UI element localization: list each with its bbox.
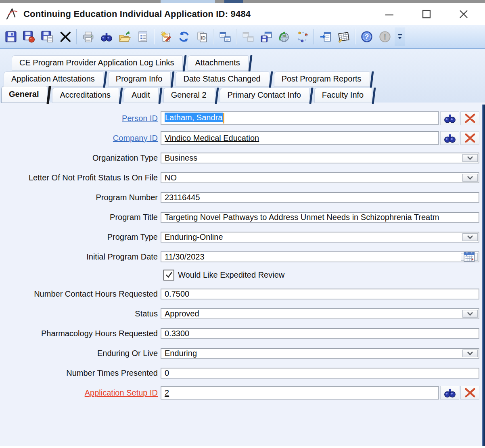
maximize-button[interactable] <box>420 7 433 21</box>
enduring-or-live-value: Enduring <box>165 349 197 358</box>
tab-general[interactable]: General <box>2 86 47 103</box>
field-row-would-like-expedited-review: Would Like Expedited Review <box>0 268 485 282</box>
pharmacology-hours-requested-input[interactable]: 0.3300 <box>161 328 479 339</box>
program-title-label-cell: Program Title <box>0 213 161 222</box>
field-row-organization-type: Organization TypeBusiness <box>0 149 485 166</box>
svg-text:ID: ID <box>201 36 206 40</box>
enduring-or-live-input[interactable]: Enduring <box>161 348 479 359</box>
enduring-or-live-dropdown-button[interactable] <box>462 350 478 357</box>
application-setup-id-label-cell: Application Setup ID <box>0 388 161 398</box>
help-button[interactable]: ? <box>357 27 376 46</box>
notes-button[interactable] <box>334 27 353 46</box>
open-folder-button[interactable] <box>115 27 134 46</box>
save-and-close-button[interactable] <box>20 27 38 46</box>
alert-disabled-icon: ! <box>379 31 391 43</box>
refresh-icon <box>178 31 190 43</box>
pharmacology-hours-requested-label: Pharmacology Hours Requested <box>41 329 158 338</box>
program-type-dropdown-button[interactable] <box>462 233 478 241</box>
delete-button[interactable] <box>56 27 74 46</box>
app-logo-icon <box>5 7 19 21</box>
new-record-button[interactable] <box>157 27 175 46</box>
id-lookup-button[interactable]: ID <box>193 27 211 46</box>
person-id-label[interactable]: Person ID <box>122 114 158 123</box>
organization-type-dropdown-button[interactable] <box>462 154 478 162</box>
company-id-input[interactable]: Vindico Medical Education <box>161 131 439 145</box>
print-button[interactable] <box>79 27 97 46</box>
number-contact-hours-requested-value: 0.7500 <box>165 289 189 299</box>
tab-faculty-info[interactable]: Faculty Info <box>315 88 372 103</box>
import-button[interactable] <box>316 27 334 46</box>
tab-application-attestations[interactable]: Application Attestations <box>4 72 103 86</box>
company-id-clear-button[interactable] <box>460 131 479 145</box>
minimize-button[interactable] <box>383 7 396 21</box>
window-controls <box>383 7 485 21</box>
number-times-presented-input[interactable]: 0 <box>161 368 479 379</box>
application-setup-id-clear-button[interactable] <box>460 386 479 400</box>
field-row-letter-of-not-profit-status-is-on-file: Letter Of Not Profit Status Is On FileNO <box>0 169 485 186</box>
report-button[interactable] <box>134 27 152 46</box>
company-id-control: Vindico Medical Education <box>161 131 479 145</box>
tab-program-info[interactable]: Program Info <box>109 72 171 86</box>
application-setup-id-find-button[interactable] <box>440 386 459 400</box>
tab-post-program-reports[interactable]: Post Program Reports <box>274 72 370 86</box>
would-like-expedited-review-checkbox[interactable] <box>163 270 174 281</box>
sync-button[interactable] <box>293 27 311 46</box>
field-row-program-type: Program TypeEnduring-Online <box>0 228 485 245</box>
copy-window-button[interactable] <box>216 27 234 46</box>
toolbar-separator <box>76 29 77 44</box>
tab-row-3: GeneralAccreditationsAuditGeneral 2Prima… <box>0 86 485 103</box>
program-number-label: Program Number <box>96 193 158 202</box>
web-button[interactable] <box>275 27 293 46</box>
binoculars-icon <box>444 387 456 399</box>
status-dropdown-button[interactable] <box>462 310 478 318</box>
letter-of-not-profit-status-is-on-file-dropdown-button[interactable] <box>462 174 478 182</box>
organization-type-label-cell: Organization Type <box>0 153 161 163</box>
company-id-find-button[interactable] <box>440 131 459 145</box>
field-row-pharmacology-hours-requested: Pharmacology Hours Requested0.3300 <box>0 325 485 342</box>
number-contact-hours-requested-input[interactable]: 0.7500 <box>161 289 479 299</box>
new-record-icon <box>160 31 172 43</box>
company-id-value: Vindico Medical Education <box>165 134 259 143</box>
program-number-input[interactable]: 23116445 <box>161 192 479 203</box>
tab-attachments[interactable]: Attachments <box>188 56 248 70</box>
program-title-input[interactable]: Targeting Novel Pathways to Address Unme… <box>161 212 479 223</box>
status-control: Approved <box>161 308 479 319</box>
initial-program-date-calendar-button[interactable] <box>461 253 478 261</box>
tab-general-2[interactable]: General 2 <box>164 88 215 103</box>
program-type-input[interactable]: Enduring-Online <box>161 232 479 243</box>
initial-program-date-input[interactable]: 11/30/2023 <box>161 251 479 262</box>
number-contact-hours-requested-label: Number Contact Hours Requested <box>34 289 158 298</box>
windows-disabled-button[interactable] <box>239 27 257 46</box>
toolbar-options-button[interactable] <box>395 27 405 46</box>
application-setup-id-input[interactable]: 2 <box>161 386 439 400</box>
application-setup-id-label[interactable]: Application Setup ID <box>85 388 158 397</box>
company-id-label[interactable]: Company ID <box>113 134 158 142</box>
calendar-icon <box>463 251 476 262</box>
save-new-button[interactable] <box>38 27 56 46</box>
chevron-down-icon <box>465 232 475 242</box>
organization-type-label: Organization Type <box>92 153 158 162</box>
tab-row-1: CE Program Provider Application Log Link… <box>0 54 485 70</box>
tab-ce-program-provider-application-log-links[interactable]: CE Program Provider Application Log Link… <box>12 56 182 70</box>
close-button[interactable] <box>457 7 470 21</box>
letter-of-not-profit-status-is-on-file-input[interactable]: NO <box>161 172 479 183</box>
save-layout-button[interactable] <box>257 27 275 46</box>
status-input[interactable]: Approved <box>161 308 479 319</box>
tab-accreditations[interactable]: Accreditations <box>52 88 119 103</box>
title-bar: Continuing Education Individual Applicat… <box>0 3 485 25</box>
save-button[interactable] <box>2 27 20 46</box>
tab-date-status-changed[interactable]: Date Status Changed <box>176 72 268 86</box>
chevron-down-icon <box>465 308 475 319</box>
program-number-value: 23116445 <box>165 193 200 202</box>
person-id-clear-button[interactable] <box>460 111 479 125</box>
person-id-find-button[interactable] <box>440 111 459 125</box>
organization-type-input[interactable]: Business <box>161 153 479 163</box>
windows-disabled-icon <box>242 31 254 43</box>
find-button[interactable] <box>97 27 115 46</box>
refresh-button[interactable] <box>175 27 193 46</box>
number-times-presented-value: 0 <box>165 368 169 378</box>
tab-primary-contact-info[interactable]: Primary Contact Info <box>220 88 309 103</box>
alert-disabled-button[interactable]: ! <box>376 27 394 46</box>
tab-audit[interactable]: Audit <box>124 88 158 103</box>
person-id-input[interactable]: Latham, Sandra <box>161 111 439 125</box>
